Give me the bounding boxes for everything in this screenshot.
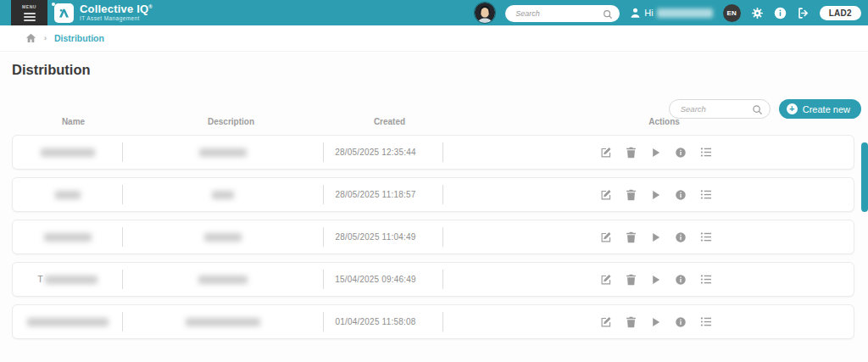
created-cell: 28/05/2025 11:04:49 xyxy=(323,220,427,253)
description-cell xyxy=(122,263,323,296)
edit-icon xyxy=(600,189,612,201)
details-action-button[interactable] xyxy=(700,147,712,158)
created-timestamp: 28/05/2025 12:35:44 xyxy=(335,148,416,157)
play-icon xyxy=(650,274,661,286)
collective-iq-logo-icon xyxy=(54,3,74,23)
topbar-search xyxy=(505,4,620,22)
name-cell: T xyxy=(13,263,122,296)
table-row: 28/05/2025 12:35:44 xyxy=(12,135,854,170)
breadcrumb: › Distribution xyxy=(0,25,868,52)
created-cell: 15/04/2025 09:46:49 xyxy=(323,263,427,296)
delete-action-button[interactable] xyxy=(626,316,637,328)
info-action-button[interactable] xyxy=(675,147,687,159)
column-header-actions: Actions xyxy=(450,117,868,126)
details-action-button[interactable] xyxy=(700,274,712,285)
run-action-button[interactable] xyxy=(650,147,661,159)
info-circle-icon xyxy=(675,274,687,286)
list-details-icon xyxy=(700,147,712,158)
run-action-button[interactable] xyxy=(650,274,661,286)
logout-icon xyxy=(797,7,810,19)
edit-action-button[interactable] xyxy=(600,147,612,159)
run-action-button[interactable] xyxy=(650,231,661,243)
info-circle-icon xyxy=(675,316,687,328)
menu-button[interactable]: MENU xyxy=(11,0,47,25)
column-header-created: Created xyxy=(337,117,442,126)
list-search xyxy=(669,99,771,119)
details-action-button[interactable] xyxy=(700,316,712,327)
actions-cell xyxy=(442,178,868,211)
description-redacted xyxy=(212,191,234,199)
user-avatar[interactable] xyxy=(475,3,495,23)
info-circle-icon xyxy=(675,147,687,159)
details-action-button[interactable] xyxy=(700,231,712,242)
search-icon xyxy=(603,8,613,23)
greeting-text: Hi xyxy=(644,8,653,18)
topbar-right: Hi EN xyxy=(475,0,861,25)
create-new-label: Create new xyxy=(803,104,850,114)
actions-cell xyxy=(442,305,868,338)
settings-button[interactable] xyxy=(751,7,764,19)
details-action-button[interactable] xyxy=(700,189,712,200)
info-action-button[interactable] xyxy=(675,231,687,243)
created-timestamp: 01/04/2025 11:58:08 xyxy=(336,317,416,326)
trash-icon xyxy=(626,316,637,328)
edit-action-button[interactable] xyxy=(600,274,612,286)
description-redacted xyxy=(198,276,248,284)
info-circle-icon xyxy=(675,189,687,201)
logout-button[interactable] xyxy=(797,7,810,19)
edit-action-button[interactable] xyxy=(600,316,612,328)
name-redacted xyxy=(55,191,81,199)
play-icon xyxy=(650,231,661,243)
brand-tagline: IT Asset Management xyxy=(80,16,153,22)
name-cell xyxy=(13,305,122,338)
scrollbar-thumb[interactable] xyxy=(861,142,868,212)
plus-circle-icon: + xyxy=(787,103,798,114)
delete-action-button[interactable] xyxy=(626,147,637,159)
list-details-icon xyxy=(700,189,712,200)
run-action-button[interactable] xyxy=(650,316,661,328)
info-action-button[interactable] xyxy=(675,316,687,328)
info-action-button[interactable] xyxy=(675,189,687,201)
brand-name: Collective IQ® xyxy=(80,3,153,14)
created-cell: 01/04/2025 11:58:08 xyxy=(323,305,427,338)
gear-icon xyxy=(751,7,764,19)
info-button[interactable] xyxy=(774,7,787,19)
run-action-button[interactable] xyxy=(650,189,661,201)
name-redacted xyxy=(45,276,97,284)
home-breadcrumb[interactable] xyxy=(25,33,36,43)
create-new-button[interactable]: + Create new xyxy=(779,99,861,119)
list-toolbar: + Create new xyxy=(669,99,861,119)
trash-icon xyxy=(626,231,637,243)
trash-icon xyxy=(626,147,637,159)
name-redacted xyxy=(41,148,95,157)
user-name-redacted xyxy=(657,8,713,18)
delete-action-button[interactable] xyxy=(626,189,637,201)
created-cell: 28/05/2025 11:18:57 xyxy=(323,178,427,211)
edit-icon xyxy=(600,316,612,328)
brand-logo[interactable]: Collective IQ® IT Asset Management xyxy=(54,3,153,23)
info-action-button[interactable] xyxy=(675,274,687,286)
edit-icon xyxy=(600,147,612,159)
edit-action-button[interactable] xyxy=(600,231,612,243)
name-redacted xyxy=(44,233,92,242)
play-icon xyxy=(650,189,661,201)
breadcrumb-separator-icon: › xyxy=(44,34,47,42)
top-bar: MENU Collective IQ® IT Asset Management xyxy=(0,0,868,25)
edit-action-button[interactable] xyxy=(600,189,612,201)
created-timestamp: 28/05/2025 11:18:57 xyxy=(336,190,416,199)
delete-action-button[interactable] xyxy=(626,274,637,286)
user-menu[interactable]: Hi xyxy=(630,8,712,19)
table-row: T 15/04/2025 09:46:49 xyxy=(12,262,854,297)
table-row: 28/05/2025 11:04:49 xyxy=(12,220,854,254)
edit-icon xyxy=(600,274,612,286)
table-body: 28/05/2025 12:35:44 xyxy=(12,135,854,339)
environment-badge[interactable]: LAD2 xyxy=(820,6,861,20)
home-icon xyxy=(25,33,36,43)
table-header: Name Description Created Actions xyxy=(12,117,854,126)
list-details-icon xyxy=(700,274,712,285)
play-icon xyxy=(650,147,661,159)
language-button[interactable]: EN xyxy=(723,4,741,22)
delete-action-button[interactable] xyxy=(626,231,637,243)
breadcrumb-current[interactable]: Distribution xyxy=(54,33,104,43)
trash-icon xyxy=(626,274,637,286)
